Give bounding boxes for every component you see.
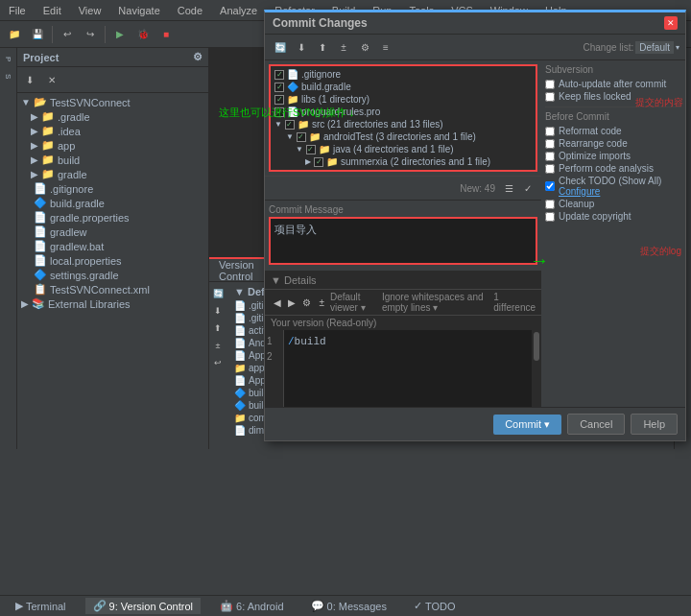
df-proguard[interactable]: ✓ 📄 proguard-rules.pro bbox=[271, 106, 536, 118]
df-src-check[interactable]: ✓ bbox=[285, 120, 295, 130]
details-viewer-label[interactable]: Default viewer ▾ bbox=[330, 292, 376, 313]
auto-update-checkbox[interactable] bbox=[545, 80, 555, 89]
code-content: /build bbox=[288, 334, 326, 349]
option-check-todo[interactable]: Check TODO (Show All) Configure bbox=[545, 175, 681, 198]
option-optimize[interactable]: Optimize imports bbox=[545, 150, 681, 162]
dialog-sort-btn[interactable]: ≡ bbox=[376, 37, 395, 57]
rearrange-checkbox[interactable] bbox=[545, 139, 555, 149]
keep-locked-checkbox[interactable] bbox=[545, 92, 555, 102]
check-todo-label: Check TODO (Show All) Configure bbox=[559, 176, 681, 197]
details-settings-btn[interactable]: ⚙ bbox=[300, 293, 313, 312]
dialog-list-btn[interactable]: ☰ bbox=[499, 178, 518, 198]
option-rearrange[interactable]: Rearrange code bbox=[545, 137, 681, 150]
option-reformat[interactable]: Reformat code bbox=[545, 125, 681, 137]
commit-msg-label: Commit Message bbox=[269, 204, 537, 215]
df-src-icon: 📁 bbox=[298, 119, 309, 130]
new-count-label: New: 49 bbox=[460, 183, 499, 194]
commit-message-input[interactable] bbox=[269, 217, 537, 265]
df-summerxia[interactable]: ▶ ✓ 📁 summerxia (2 directories and 1 fil… bbox=[271, 155, 536, 168]
dialog-refresh-btn[interactable]: 🔄 bbox=[271, 37, 290, 57]
before-commit-section: Before Commit Reformat code Rearrange co… bbox=[545, 107, 681, 223]
commit-button[interactable]: Commit ▾ bbox=[493, 415, 561, 435]
details-diff-btn[interactable]: ± bbox=[315, 293, 327, 312]
keep-locked-label: Keep files locked bbox=[559, 91, 631, 102]
copyright-label: Update copyright bbox=[559, 211, 631, 222]
change-list-dropdown[interactable]: ▾ bbox=[676, 43, 679, 52]
rearrange-label: Rearrange code bbox=[559, 138, 628, 149]
df-androidtest-label: androidTest (3 directories and 1 file) bbox=[323, 131, 476, 142]
df-java[interactable]: ▼ ✓ 📁 java (4 directories and 1 file) bbox=[271, 143, 536, 155]
df-proguard-check[interactable]: ✓ bbox=[274, 107, 284, 117]
details-next-btn[interactable]: ▶ bbox=[285, 293, 298, 312]
option-auto-update[interactable]: Auto-update after commit bbox=[545, 78, 681, 90]
configure-link[interactable]: Configure bbox=[559, 186, 600, 197]
df-androidtest-arrow: ▼ bbox=[286, 132, 294, 141]
df-libs[interactable]: ✓ 📁 libs (1 directory) bbox=[271, 93, 536, 106]
line-num-1: 1 bbox=[267, 334, 281, 349]
change-list-value[interactable]: Default bbox=[635, 41, 674, 54]
optimize-label: Optimize imports bbox=[559, 151, 631, 161]
diff-bar bbox=[532, 330, 541, 407]
dialog-overlay: Commit Changes ✕ 🔄 ⬇ ⬆ ± ⚙ ≡ Change list… bbox=[0, 0, 691, 616]
dialog-left-section: ✓ 📄 .gitignore ✓ 🔷 build.gradle ✓ 📁 libs… bbox=[265, 60, 541, 407]
dialog-close-btn[interactable]: ✕ bbox=[664, 16, 678, 30]
help-button[interactable]: Help bbox=[631, 414, 678, 435]
perform-analysis-checkbox[interactable] bbox=[545, 164, 555, 174]
df-build-gradle[interactable]: ✓ 🔷 build.gradle bbox=[271, 81, 536, 93]
details-arrow: ▼ bbox=[271, 274, 281, 286]
df-src-label: src (21 directories and 13 files) bbox=[312, 119, 443, 130]
dialog-check-btn[interactable]: ✓ bbox=[518, 178, 537, 198]
df-summerxia-arrow: ▶ bbox=[305, 157, 311, 166]
cancel-button[interactable]: Cancel bbox=[567, 414, 625, 435]
perform-analysis-label: Perform code analysis bbox=[559, 163, 654, 174]
code-build: build bbox=[295, 336, 326, 347]
dialog-collapse-btn[interactable]: ⬆ bbox=[313, 37, 332, 57]
option-cleanup[interactable]: Cleanup bbox=[545, 198, 681, 210]
df-summerxia-check[interactable]: ✓ bbox=[314, 157, 323, 167]
details-content: 1 2 /build bbox=[265, 330, 541, 407]
df-androidtest-check[interactable]: ✓ bbox=[297, 132, 306, 142]
option-keep-locked[interactable]: Keep files locked bbox=[545, 90, 681, 103]
df-gitignore-check[interactable]: ✓ bbox=[274, 70, 284, 80]
line-num-2: 2 bbox=[267, 349, 281, 365]
cleanup-checkbox[interactable] bbox=[545, 200, 555, 209]
df-gitignore-label: .gitignore bbox=[301, 69, 341, 80]
df-java-label: java (4 directories and 1 file) bbox=[333, 144, 454, 154]
details-diff-count: 1 difference bbox=[493, 292, 536, 313]
subversion-label: Subversion bbox=[545, 64, 681, 75]
dialog-body: ✓ 📄 .gitignore ✓ 🔷 build.gradle ✓ 📁 libs… bbox=[265, 60, 685, 407]
df-summerxia-icon: 📁 bbox=[326, 156, 338, 167]
df-libs-label: libs (1 directory) bbox=[301, 94, 369, 105]
commit-dialog: Commit Changes ✕ 🔄 ⬇ ⬆ ± ⚙ ≡ Change list… bbox=[264, 10, 686, 441]
before-commit-title: Before Commit bbox=[545, 111, 681, 122]
optimize-checkbox[interactable] bbox=[545, 152, 555, 161]
dialog-settings-btn[interactable]: ⚙ bbox=[355, 37, 374, 57]
df-androidtest[interactable]: ▼ ✓ 📁 androidTest (3 directories and 1 f… bbox=[271, 130, 536, 143]
df-summerxia-label: summerxia (2 directories and 1 file) bbox=[341, 156, 490, 167]
df-java-check[interactable]: ✓ bbox=[306, 145, 316, 154]
details-section: ▼ Details ◀ ▶ ⚙ ± Default viewer ▾ Ignor… bbox=[265, 271, 541, 407]
dialog-footer: Commit ▾ Cancel Help bbox=[265, 407, 685, 440]
auto-update-label: Auto-update after commit bbox=[559, 79, 666, 89]
df-libs-check[interactable]: ✓ bbox=[274, 95, 284, 105]
df-androidtest-icon: 📁 bbox=[309, 131, 321, 142]
dialog-titlebar: Commit Changes ✕ bbox=[265, 12, 685, 35]
diff-scrollbar-thumb bbox=[534, 332, 539, 361]
details-prev-btn[interactable]: ◀ bbox=[271, 293, 283, 312]
df-gitignore-icon: 📄 bbox=[287, 69, 298, 80]
details-header: ▼ Details bbox=[265, 272, 541, 289]
check-todo-checkbox[interactable] bbox=[545, 181, 555, 191]
reformat-checkbox[interactable] bbox=[545, 127, 555, 136]
details-whitespace-label[interactable]: Ignore whitespaces and empty lines ▾ bbox=[382, 292, 489, 313]
dialog-file-tree: ✓ 📄 .gitignore ✓ 🔷 build.gradle ✓ 📁 libs… bbox=[269, 64, 537, 172]
df-build-gradle-icon: 🔷 bbox=[287, 82, 298, 92]
df-java-arrow: ▼ bbox=[296, 145, 303, 154]
dialog-diff-btn[interactable]: ± bbox=[334, 37, 353, 57]
df-build-gradle-check[interactable]: ✓ bbox=[274, 83, 284, 92]
option-perform-analysis[interactable]: Perform code analysis bbox=[545, 162, 681, 175]
df-src[interactable]: ▼ ✓ 📁 src (21 directories and 13 files) bbox=[271, 118, 536, 130]
df-gitignore[interactable]: ✓ 📄 .gitignore bbox=[271, 68, 536, 81]
option-copyright[interactable]: Update copyright bbox=[545, 210, 681, 223]
copyright-checkbox[interactable] bbox=[545, 212, 555, 222]
dialog-expand-btn[interactable]: ⬇ bbox=[292, 37, 311, 57]
